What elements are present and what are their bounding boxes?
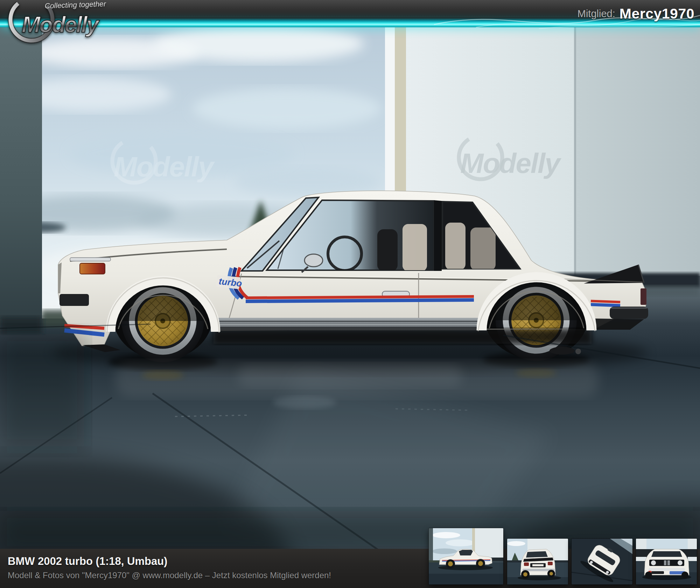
photo-subtitle: Modell & Fotos von "Mercy1970" @ www.mod… — [8, 570, 331, 580]
logo-wordmark: Modelly — [22, 12, 100, 37]
thumbnail-rear-view[interactable] — [507, 539, 568, 584]
photo-title: BMW 2002 turbo (1:18, Umbau) — [8, 555, 167, 568]
thumbnail-front-view[interactable] — [636, 539, 697, 584]
modelly-logo[interactable]: Collecting together Modelly — [4, 0, 136, 46]
member-label: Mitglied: — [578, 8, 615, 20]
modelly-photo-page: Modelly Modelly — [0, 0, 700, 588]
logo-script: Collecting together — [44, 0, 106, 10]
left-wall — [0, 25, 42, 334]
svg-text:Modelly: Modelly — [114, 151, 215, 182]
member-name[interactable]: Mercy1970 — [620, 6, 694, 22]
svg-text:Modelly: Modelly — [460, 148, 561, 179]
front-signal — [80, 263, 105, 274]
thumbnail-side-view[interactable] — [429, 528, 503, 584]
thumbnail-top-front-view[interactable] — [572, 539, 632, 584]
thumb-car-front — [642, 549, 691, 580]
member-info: Mitglied: Mercy1970 — [578, 0, 694, 27]
main-photo[interactable]: Modelly Modelly — [0, 0, 700, 588]
taillight — [640, 288, 646, 305]
